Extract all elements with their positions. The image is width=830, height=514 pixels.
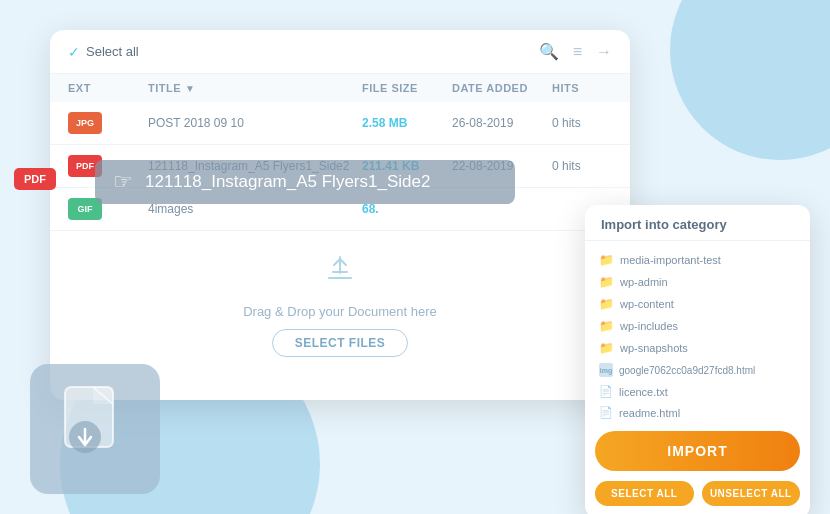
col-filesize: FILE SIZE <box>362 82 452 94</box>
list-item[interactable]: img google7062cc0a9d27fcd8.html <box>585 359 810 381</box>
col-title[interactable]: TITLE ▼ <box>148 82 362 94</box>
list-item[interactable]: 📄 licence.txt <box>585 381 810 402</box>
table-row[interactable]: JPG POST 2018 09 10 2.58 MB 26-08-2019 0… <box>50 102 630 145</box>
list-item[interactable]: 📁 wp-admin <box>585 271 810 293</box>
file-size: 68. <box>362 202 452 216</box>
file-icon: 📄 <box>599 406 613 419</box>
col-hits: HITS <box>552 82 612 94</box>
list-item[interactable]: 📁 media-important-test <box>585 249 810 271</box>
arrow-right-icon[interactable]: → <box>596 43 612 61</box>
image-icon: img <box>599 363 613 377</box>
document-icon <box>55 382 135 477</box>
drag-drop-label: Drag & Drop your Document here <box>243 304 437 319</box>
file-name: google7062cc0a9d27fcd8.html <box>619 365 755 376</box>
hits: 0 hits <box>552 116 612 130</box>
header-icons: 🔍 ≡ → <box>539 42 612 61</box>
file-name: licence.txt <box>619 386 668 398</box>
search-icon[interactable]: 🔍 <box>539 42 559 61</box>
file-name: wp-admin <box>620 276 668 288</box>
badge-jpg: JPG <box>68 112 102 134</box>
folder-icon: 📁 <box>599 275 614 289</box>
import-button[interactable]: IMPORT <box>595 431 800 471</box>
date-added: 26-08-2019 <box>452 116 552 130</box>
file-name: wp-includes <box>620 320 678 332</box>
checkmark-icon: ✓ <box>68 44 80 60</box>
file-size: 2.58 MB <box>362 116 452 130</box>
col-ext: EXT <box>68 82 148 94</box>
import-bottom-buttons: SELECT ALL UNSELECT ALL <box>585 481 810 514</box>
rename-bar: ☞ 121118_Instagram_A5 Flyers1_Side2 <box>95 160 515 204</box>
file-title: POST 2018 09 10 <box>148 116 362 130</box>
blob-top-right <box>670 0 830 160</box>
upload-icon <box>322 251 358 294</box>
file-name: media-important-test <box>620 254 721 266</box>
file-name: readme.html <box>619 407 680 419</box>
file-title: 4images <box>148 202 362 216</box>
sort-arrow-icon: ▼ <box>185 83 195 94</box>
file-manager-panel: ✓ Select all 🔍 ≡ → EXT TITLE ▼ FILE SIZE… <box>50 30 630 400</box>
select-all-label: Select all <box>86 44 139 59</box>
filter-icon[interactable]: ≡ <box>573 43 582 61</box>
drag-drop-area: Drag & Drop your Document here SELECT FI… <box>50 231 630 377</box>
import-panel: Import into category 📁 media-important-t… <box>585 205 810 514</box>
folder-icon: 📁 <box>599 319 614 333</box>
panel-header: ✓ Select all 🔍 ≡ → <box>50 30 630 74</box>
svg-rect-3 <box>93 387 113 404</box>
file-name: wp-snapshots <box>620 342 688 354</box>
list-item[interactable]: 📁 wp-snapshots <box>585 337 810 359</box>
import-file-list: 📁 media-important-test 📁 wp-admin 📁 wp-c… <box>585 241 810 421</box>
table-header: EXT TITLE ▼ FILE SIZE DATE ADDED HITS <box>50 74 630 102</box>
col-dateadded: DATE ADDED <box>452 82 552 94</box>
list-item[interactable]: 📁 wp-content <box>585 293 810 315</box>
file-icon: 📄 <box>599 385 613 398</box>
list-item[interactable]: 📁 wp-includes <box>585 315 810 337</box>
select-files-button[interactable]: SELECT FILES <box>272 329 409 357</box>
folder-icon: 📁 <box>599 297 614 311</box>
folder-icon: 📁 <box>599 253 614 267</box>
unselect-all-button[interactable]: UNSELECT ALL <box>702 481 801 506</box>
pdf-floating-badge: PDF <box>14 168 56 190</box>
hits: 0 hits <box>552 159 612 173</box>
file-name: wp-content <box>620 298 674 310</box>
select-all-button[interactable]: SELECT ALL <box>595 481 694 506</box>
doc-icon-large <box>30 364 160 494</box>
folder-icon: 📁 <box>599 341 614 355</box>
svg-rect-1 <box>328 277 352 279</box>
list-item[interactable]: 📄 readme.html <box>585 402 810 421</box>
import-panel-title: Import into category <box>585 205 810 241</box>
rename-bar-text: 121118_Instagram_A5 Flyers1_Side2 <box>145 172 430 192</box>
cursor-icon: ☞ <box>113 169 133 195</box>
select-all-button[interactable]: ✓ Select all <box>68 44 139 60</box>
